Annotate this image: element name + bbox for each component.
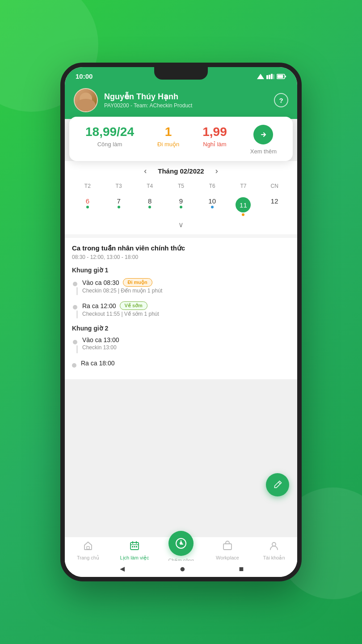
- shift-item-ra-ca-2: Ra ca 18:00: [72, 360, 290, 368]
- calendar-day-10[interactable]: 10: [197, 195, 228, 218]
- svg-rect-4: [273, 74, 274, 79]
- shift-item-2-header: Ra ca 12:00 Về sớm: [82, 301, 290, 310]
- schedule-time: 08:30 - 12:00, 13:00 - 18:00: [72, 254, 290, 260]
- shift-label-1: Khung giờ 1: [72, 267, 290, 274]
- shift-item-4-header: Ra ca 18:00: [81, 360, 290, 367]
- di-muon-label: Đi muộn: [157, 141, 179, 148]
- phone-notch: [154, 67, 208, 80]
- edit-fab-button[interactable]: [266, 473, 289, 496]
- cong-lam-label: Công làm: [85, 141, 134, 148]
- screen-content: 10:00 Nguyễn Thúy Hạnh PAY00200 - Team: …: [65, 67, 297, 577]
- nav-item-lich-lam-viec[interactable]: Lịch làm việc: [111, 541, 158, 561]
- cham-cong-fab[interactable]: [168, 531, 194, 556]
- user-name: Nguyễn Thúy Hạnh: [104, 92, 268, 102]
- day-header-t6: T6: [197, 181, 228, 191]
- nav-item-cham-cong[interactable]: Chấm công: [158, 541, 204, 564]
- di-muon-value: 1: [157, 125, 179, 139]
- calendar-day-7[interactable]: 7: [103, 195, 135, 218]
- svg-rect-2: [269, 75, 270, 79]
- di-muon-badge: Đi muộn: [123, 278, 152, 287]
- shift-item-1-detail: Checkin 08:25 | Đến muộn 1 phút: [82, 288, 290, 294]
- day-header-t7: T7: [228, 181, 259, 191]
- shift-item-vao-ca-2: Vào ca 13:00 Checkin 13:00: [72, 336, 290, 354]
- status-time: 10:00: [76, 72, 93, 80]
- tai-khoan-label: Tài khoản: [263, 555, 285, 561]
- home-button[interactable]: ●: [180, 563, 185, 575]
- help-button[interactable]: ?: [274, 93, 288, 107]
- shift-item-1-title: Vào ca 08:30: [82, 279, 119, 286]
- shift-item-4-content: Ra ca 18:00: [81, 360, 290, 368]
- day-header-t2: T2: [72, 181, 103, 191]
- calendar-day-12[interactable]: 12: [259, 195, 290, 218]
- svg-point-19: [272, 542, 276, 546]
- shift-item-3-detail: Checkin 13:00: [82, 344, 290, 351]
- workplace-label: Workplace: [216, 555, 239, 560]
- svg-rect-1: [266, 75, 268, 79]
- status-icons: [257, 74, 286, 79]
- svg-rect-15: [136, 546, 137, 547]
- shift-item-3-title: Vào ca 13:00: [82, 336, 119, 343]
- stat-nghi-lam: 1,99 Nghỉ làm: [202, 125, 227, 148]
- calendar-day-9[interactable]: 9: [165, 195, 197, 218]
- scrollable-content: ‹ Tháng 02/2022 › T2 T3 T4 T5 T6 T7 CN: [65, 161, 297, 577]
- arrow-circle-icon: [253, 125, 273, 144]
- svg-rect-14: [134, 546, 135, 547]
- calendar-section: ‹ Tháng 02/2022 › T2 T3 T4 T5 T6 T7 CN: [65, 161, 297, 234]
- calendar-icon: [130, 541, 139, 553]
- recent-button[interactable]: ■: [239, 564, 244, 574]
- svg-rect-18: [223, 544, 232, 550]
- shift-item-ra-ca-1: Ra ca 12:00 Về sớm Checkout 11:55 | Về s…: [72, 301, 290, 319]
- shift-dot-4: [72, 363, 76, 368]
- svg-point-17: [180, 542, 182, 545]
- calendar-expand-button[interactable]: ∨: [72, 218, 290, 231]
- home-icon: [83, 541, 93, 553]
- phone-frame: 10:00 Nguyễn Thúy Hạnh PAY00200 - Team: …: [60, 63, 302, 581]
- trang-chu-label: Trang chủ: [77, 555, 99, 561]
- svg-rect-13: [132, 546, 133, 547]
- calendar-day-6[interactable]: 6: [72, 195, 103, 218]
- calendar-next-button[interactable]: ›: [213, 166, 220, 176]
- shift-item-2-content: Ra ca 12:00 Về sớm Checkout 11:55 | Về s…: [82, 301, 290, 317]
- svg-rect-6: [278, 75, 283, 78]
- nav-item-workplace[interactable]: Workplace: [204, 541, 251, 560]
- calendar-day-headers: T2 T3 T4 T5 T6 T7 CN: [72, 181, 290, 191]
- svg-rect-3: [271, 74, 273, 79]
- day-header-cn: CN: [259, 181, 290, 191]
- shift-line-3: [76, 345, 78, 353]
- nghi-lam-value: 1,99: [202, 125, 227, 139]
- see-more-button[interactable]: Xem thêm: [250, 125, 277, 155]
- day-header-t5: T5: [165, 181, 197, 191]
- calendar-day-8[interactable]: 8: [134, 195, 165, 218]
- cong-lam-value: 18,99/24: [85, 125, 134, 139]
- calendar-days: 6 7 8 9: [72, 195, 290, 218]
- shift-item-vao-ca-1: Vào ca 08:30 Đi muộn Checkin 08:25 | Đến…: [72, 278, 290, 296]
- stat-cong-lam: 18,99/24 Công làm: [85, 125, 134, 148]
- shift-dot-1: [73, 282, 77, 286]
- shift-dot-3: [73, 340, 77, 344]
- system-nav-bar: ◄ ● ■: [65, 561, 297, 577]
- back-button[interactable]: ◄: [118, 564, 126, 574]
- app-header: Nguyễn Thúy Hạnh PAY00200 - Team: ACheck…: [65, 84, 297, 119]
- calendar-prev-button[interactable]: ‹: [142, 166, 149, 176]
- lich-lam-viec-label: Lịch làm việc: [120, 555, 149, 561]
- calendar-day-11[interactable]: 11: [228, 195, 259, 218]
- account-icon: [269, 541, 279, 553]
- nav-item-trang-chu[interactable]: Trang chủ: [65, 541, 111, 561]
- shift-item-2-title: Ra ca 12:00: [82, 302, 116, 309]
- section-divider: [65, 234, 297, 238]
- shift-line-2: [76, 310, 78, 318]
- shift-item-3-content: Vào ca 13:00 Checkin 13:00: [82, 336, 290, 351]
- shift-item-3-header: Vào ca 13:00: [82, 336, 290, 343]
- nav-item-tai-khoan[interactable]: Tài khoản: [251, 541, 297, 561]
- schedule-title: Ca trong tuần nhân viên chính thức: [72, 244, 290, 252]
- workplace-icon: [223, 541, 232, 553]
- svg-rect-8: [87, 547, 89, 549]
- shift-item-1-header: Vào ca 08:30 Đi muộn: [82, 278, 290, 287]
- avatar: [74, 88, 98, 112]
- user-subtitle: PAY00200 - Team: ACheckin Product: [104, 102, 268, 109]
- shift-item-4-title: Ra ca 18:00: [81, 360, 115, 367]
- schedule-section: Ca trong tuần nhân viên chính thức 08:30…: [65, 238, 297, 379]
- shift-item-1-content: Vào ca 08:30 Đi muộn Checkin 08:25 | Đến…: [82, 278, 290, 294]
- day-header-t4: T4: [134, 181, 165, 191]
- shift-dot-2: [73, 305, 77, 309]
